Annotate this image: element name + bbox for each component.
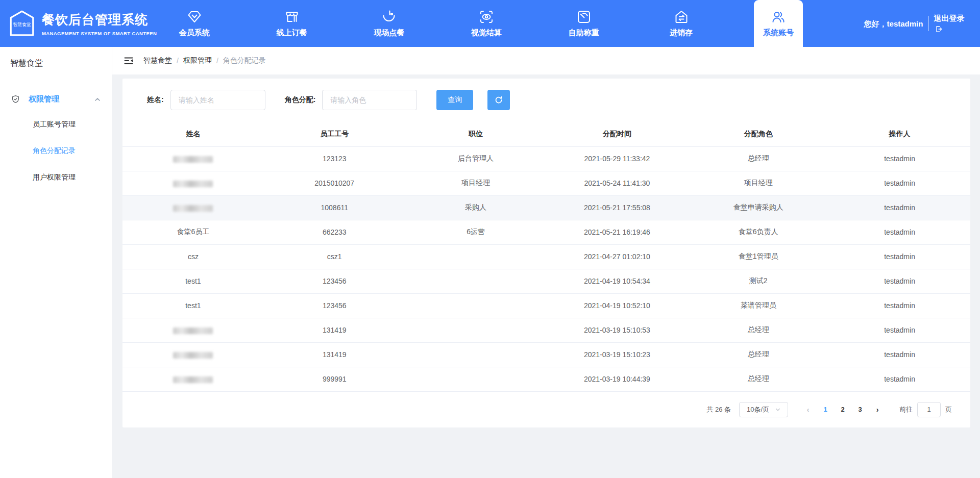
chevron-down-icon bbox=[775, 407, 780, 412]
cell-name bbox=[122, 146, 264, 171]
table-row: 1314192021-03-19 15:10:53总经理testadmin bbox=[122, 318, 970, 342]
table-row: 9999912021-03-19 10:44:39总经理testadmin bbox=[122, 367, 970, 391]
page-button-1[interactable]: 1 bbox=[818, 402, 833, 417]
nav-item-vision-billing[interactable]: 视觉结算 bbox=[462, 0, 511, 47]
nav-item-onsite-order[interactable]: 现场点餐 bbox=[364, 0, 413, 47]
logout-button[interactable]: 退出登录 bbox=[934, 13, 967, 34]
content-area: 姓名: 角色分配: 查询 姓名员工工号职位分配时间分配角色操作人 123123后… bbox=[112, 74, 980, 478]
cell-position bbox=[405, 293, 547, 318]
sidebar-menu-label: 权限管理 bbox=[29, 94, 59, 104]
table-row: 食堂6员工6622336运营2021-05-21 16:19:46食堂6负责人t… bbox=[122, 220, 970, 244]
goto-page: 前往 页 bbox=[899, 402, 952, 417]
table-row: 1314192021-03-19 15:10:23总经理testadmin bbox=[122, 342, 970, 367]
cell-employee-id: 123123 bbox=[264, 146, 405, 171]
cell-assigned-time: 2021-03-19 15:10:53 bbox=[546, 318, 688, 342]
search-button[interactable]: 查询 bbox=[436, 90, 473, 110]
breadcrumb: 智慧食堂/权限管理/角色分配记录 bbox=[143, 56, 266, 65]
cell-assigned-role: 项目经理 bbox=[688, 171, 829, 195]
cell-employee-id: 123456 bbox=[264, 293, 405, 318]
cell-position bbox=[405, 244, 547, 269]
nav-item-system-account[interactable]: 系统账号 bbox=[754, 0, 803, 47]
sidebar-collapse-icon[interactable] bbox=[124, 56, 134, 66]
prev-page-button[interactable]: ‹ bbox=[800, 402, 816, 417]
refresh-icon bbox=[495, 96, 503, 104]
top-nav: 会员系统线上订餐现场点餐视觉结算自助称重进销存系统账号 bbox=[121, 0, 851, 47]
cell-operator: testadmin bbox=[829, 318, 970, 342]
cell-employee-id: 123456 bbox=[264, 269, 405, 293]
cell-position: 采购人 bbox=[405, 195, 547, 220]
goto-page-input[interactable] bbox=[917, 402, 941, 417]
cell-employee-id: csz1 bbox=[264, 244, 405, 269]
cell-operator: testadmin bbox=[829, 293, 970, 318]
breadcrumb-segment[interactable]: 智慧食堂 bbox=[143, 56, 172, 65]
page-button-3[interactable]: 3 bbox=[852, 402, 868, 417]
nav-item-membership[interactable]: 会员系统 bbox=[170, 0, 219, 47]
page-size-value: 10条/页 bbox=[747, 405, 769, 414]
sidebar-menu-group: 权限管理 员工账号管理角色分配记录用户权限管理 bbox=[0, 87, 112, 191]
nav-item-inventory[interactable]: 进销存 bbox=[657, 0, 706, 47]
table-row: 1008611采购人2021-05-21 17:55:08食堂申请采购人test… bbox=[122, 195, 970, 220]
redacted-name bbox=[173, 352, 213, 359]
svg-text:智慧食堂: 智慧食堂 bbox=[13, 22, 31, 27]
sidebar-menu-permissions[interactable]: 权限管理 bbox=[0, 87, 112, 111]
app-logo-icon: 智慧食堂 bbox=[7, 9, 37, 38]
page-size-select[interactable]: 10条/页 bbox=[739, 402, 788, 417]
cell-position bbox=[405, 367, 547, 391]
nav-item-label: 会员系统 bbox=[179, 28, 210, 38]
cell-operator: testadmin bbox=[829, 220, 970, 244]
nav-item-label: 线上订餐 bbox=[277, 28, 307, 38]
cell-employee-id: 131419 bbox=[264, 342, 405, 367]
table-header-row: 姓名员工工号职位分配时间分配角色操作人 bbox=[122, 122, 970, 146]
role-filter-label: 角色分配: bbox=[285, 95, 316, 105]
sidebar-item-role-assignments[interactable]: 角色分配记录 bbox=[0, 138, 112, 164]
main-area: 智慧食堂/权限管理/角色分配记录 姓名: 角色分配: 查询 bbox=[112, 47, 980, 478]
cell-position: 项目经理 bbox=[405, 171, 547, 195]
pager: ‹ 123 › bbox=[800, 402, 885, 417]
cell-assigned-role: 总经理 bbox=[688, 318, 829, 342]
sidebar-item-user-permissions[interactable]: 用户权限管理 bbox=[0, 164, 112, 191]
brand: 智慧食堂 餐饮后台管理系统 MANAGEMENT SYSTEM OF SMART… bbox=[0, 0, 121, 47]
table-row: test11234562021-04-19 10:52:10菜谱管理员testa… bbox=[122, 293, 970, 318]
cell-name bbox=[122, 367, 264, 391]
cell-employee-id: 1008611 bbox=[264, 195, 405, 220]
cell-assigned-time: 2021-05-29 11:33:42 bbox=[546, 146, 688, 171]
top-header: 智慧食堂 餐饮后台管理系统 MANAGEMENT SYSTEM OF SMART… bbox=[0, 0, 980, 47]
user-greeting: 您好，testadmin bbox=[864, 18, 923, 29]
redacted-name bbox=[173, 376, 213, 383]
role-assignment-table: 姓名员工工号职位分配时间分配角色操作人 123123后台管理人2021-05-2… bbox=[122, 122, 970, 392]
cell-assigned-time: 2021-05-24 11:41:30 bbox=[546, 171, 688, 195]
column-header: 分配时间 bbox=[546, 122, 688, 146]
nav-item-label: 视觉结算 bbox=[471, 28, 502, 38]
goto-suffix: 页 bbox=[945, 405, 952, 414]
page-numbers: 123 bbox=[818, 402, 868, 417]
refresh-button[interactable] bbox=[487, 90, 510, 110]
table-row: cszcsz12021-04-27 01:02:10食堂1管理员testadmi… bbox=[122, 244, 970, 269]
next-page-button[interactable]: › bbox=[870, 402, 885, 417]
redacted-name bbox=[173, 156, 213, 163]
breadcrumb-separator: / bbox=[216, 57, 218, 65]
total-count-label: 共 26 条 bbox=[706, 405, 731, 414]
page-button-2[interactable]: 2 bbox=[835, 402, 850, 417]
cell-position: 后台管理人 bbox=[405, 146, 547, 171]
role-filter-input[interactable] bbox=[322, 90, 417, 110]
cell-assigned-time: 2021-05-21 16:19:46 bbox=[546, 220, 688, 244]
sidebar-item-staff-accounts[interactable]: 员工账号管理 bbox=[0, 111, 112, 138]
breadcrumb-segment[interactable]: 权限管理 bbox=[183, 56, 212, 65]
redacted-name bbox=[173, 205, 213, 212]
name-filter-input[interactable] bbox=[170, 90, 265, 110]
redacted-name bbox=[173, 181, 213, 187]
table-row: 2015010207项目经理2021-05-24 11:41:30项目经理tes… bbox=[122, 171, 970, 195]
cell-employee-id: 999991 bbox=[264, 367, 405, 391]
cell-name bbox=[122, 342, 264, 367]
nav-item-online-order[interactable]: 线上订餐 bbox=[267, 0, 316, 47]
warehouse-icon bbox=[674, 9, 689, 24]
cell-assigned-time: 2021-04-27 01:02:10 bbox=[546, 244, 688, 269]
cell-assigned-time: 2021-04-19 10:52:10 bbox=[546, 293, 688, 318]
breadcrumb-bar: 智慧食堂/权限管理/角色分配记录 bbox=[112, 47, 980, 74]
cell-name: test1 bbox=[122, 269, 264, 293]
column-header: 操作人 bbox=[829, 122, 970, 146]
cell-position bbox=[405, 269, 547, 293]
breadcrumb-separator: / bbox=[177, 57, 179, 65]
nav-item-self-weighing[interactable]: 自助称重 bbox=[559, 0, 608, 47]
cell-name bbox=[122, 171, 264, 195]
